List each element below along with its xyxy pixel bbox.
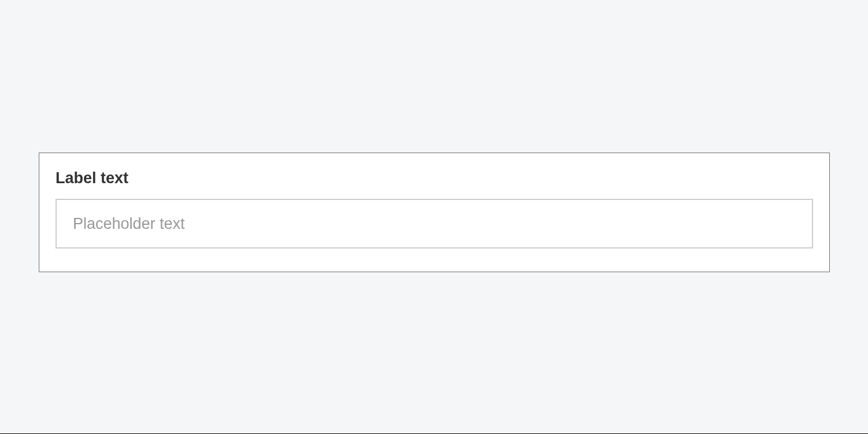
- text-input[interactable]: [56, 199, 813, 248]
- field-label: Label text: [56, 169, 813, 187]
- form-field-container: Label text: [39, 153, 830, 272]
